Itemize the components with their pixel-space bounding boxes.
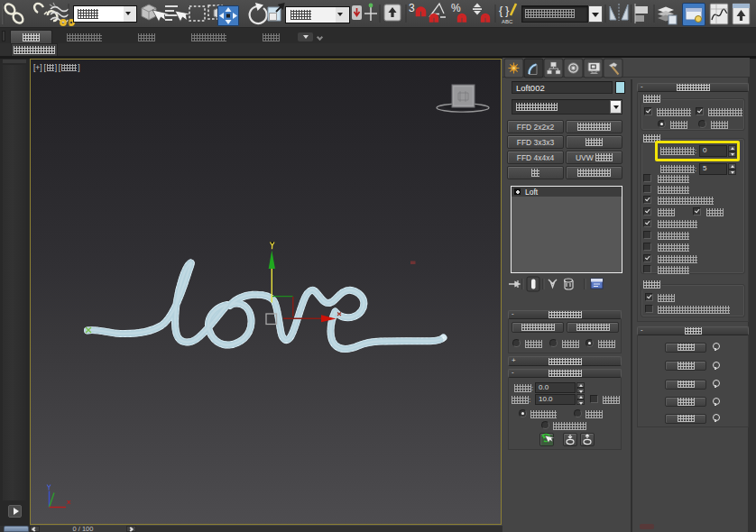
svg-text:3: 3	[409, 2, 415, 14]
svg-text:ABC: ABC	[502, 19, 513, 24]
svg-text:{ }: { }	[499, 4, 510, 17]
svg-text:%: %	[451, 2, 461, 14]
